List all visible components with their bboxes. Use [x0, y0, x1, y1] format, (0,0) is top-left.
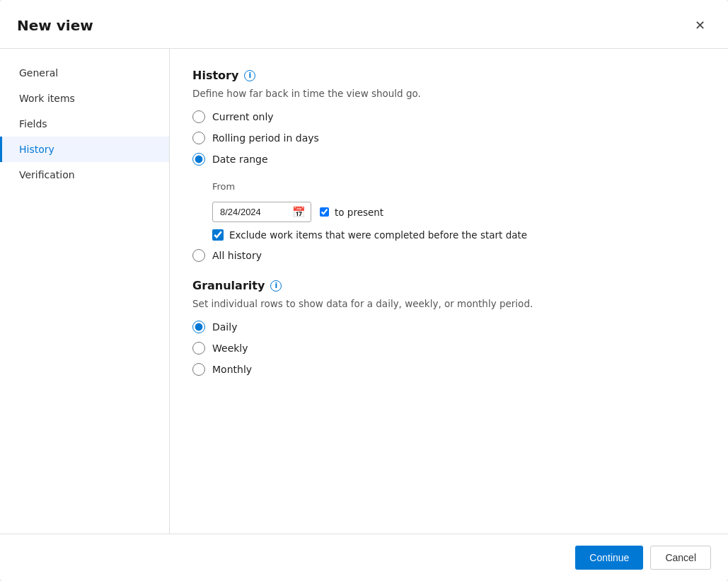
to-present-checkbox[interactable] — [320, 207, 329, 217]
to-present-row: to present — [320, 207, 383, 218]
history-radio-rolling-period[interactable] — [192, 132, 205, 144]
date-range-content: From 📅 to present Exclude work — [212, 181, 705, 241]
granularity-option-daily[interactable]: Daily — [192, 321, 705, 333]
to-present-label: to present — [335, 207, 383, 218]
granularity-radio-weekly[interactable] — [192, 342, 205, 355]
date-from-input[interactable] — [212, 202, 311, 222]
history-option-current-only[interactable]: Current only — [192, 110, 705, 123]
history-option-rolling-period[interactable]: Rolling period in days — [192, 132, 705, 144]
history-section-title: History i — [192, 69, 705, 82]
dialog-body: GeneralWork itemsFieldsHistoryVerificati… — [0, 49, 728, 534]
exclude-checkbox[interactable] — [212, 229, 224, 241]
sidebar-item-verification[interactable]: Verification — [0, 162, 169, 188]
granularity-info-icon[interactable]: i — [270, 280, 282, 292]
granularity-section-title: Granularity i — [192, 279, 705, 292]
history-option-date-range[interactable]: Date range — [192, 153, 705, 166]
cancel-button[interactable]: Cancel — [650, 546, 711, 570]
history-label-all-history: All history — [212, 250, 262, 261]
history-label-current-only: Current only — [212, 111, 274, 122]
sidebar: GeneralWork itemsFieldsHistoryVerificati… — [0, 49, 170, 534]
history-description: Define how far back in time the view sho… — [192, 88, 705, 99]
dialog-title: New view — [17, 17, 93, 34]
sidebar-item-history[interactable]: History — [0, 137, 169, 162]
granularity-option-weekly[interactable]: Weekly — [192, 342, 705, 355]
from-label: From — [212, 181, 705, 192]
granularity-label-weekly: Weekly — [212, 343, 248, 354]
granularity-description: Set individual rows to show data for a d… — [192, 298, 705, 309]
granularity-option-monthly[interactable]: Monthly — [192, 363, 705, 376]
granularity-label-daily: Daily — [212, 321, 237, 333]
close-button[interactable]: ✕ — [688, 14, 711, 37]
history-label-rolling-period: Rolling period in days — [212, 132, 319, 144]
granularity-radio-daily[interactable] — [192, 321, 205, 333]
history-radio-all-history[interactable] — [192, 249, 205, 262]
history-radio-group: Current only Rolling period in days Date… — [192, 110, 705, 262]
history-radio-date-range[interactable] — [192, 153, 205, 166]
history-radio-current-only[interactable] — [192, 110, 205, 123]
dialog-footer: Continue Cancel — [0, 534, 728, 581]
dialog-header: New view ✕ — [0, 0, 728, 49]
sidebar-item-general[interactable]: General — [0, 60, 169, 86]
granularity-radio-group: Daily Weekly Monthly — [192, 321, 705, 376]
main-content: History i Define how far back in time th… — [170, 49, 728, 534]
granularity-radio-monthly[interactable] — [192, 363, 205, 376]
date-input-wrapper: 📅 — [212, 202, 311, 222]
granularity-title-text: Granularity — [192, 279, 265, 292]
exclude-checkbox-item[interactable]: Exclude work items that were completed b… — [212, 229, 705, 241]
exclude-label: Exclude work items that were completed b… — [229, 229, 527, 241]
granularity-section: Granularity i Set individual rows to sho… — [192, 279, 705, 376]
sidebar-item-work-items[interactable]: Work items — [0, 86, 169, 111]
history-title-text: History — [192, 69, 238, 82]
granularity-label-monthly: Monthly — [212, 364, 252, 375]
new-view-dialog: New view ✕ GeneralWork itemsFieldsHistor… — [0, 0, 728, 581]
history-label-date-range: Date range — [212, 154, 268, 165]
history-option-all-history[interactable]: All history — [192, 249, 705, 262]
sidebar-item-fields[interactable]: Fields — [0, 111, 169, 137]
continue-button[interactable]: Continue — [575, 546, 643, 570]
history-info-icon[interactable]: i — [244, 70, 255, 81]
date-row: 📅 to present — [212, 202, 705, 222]
